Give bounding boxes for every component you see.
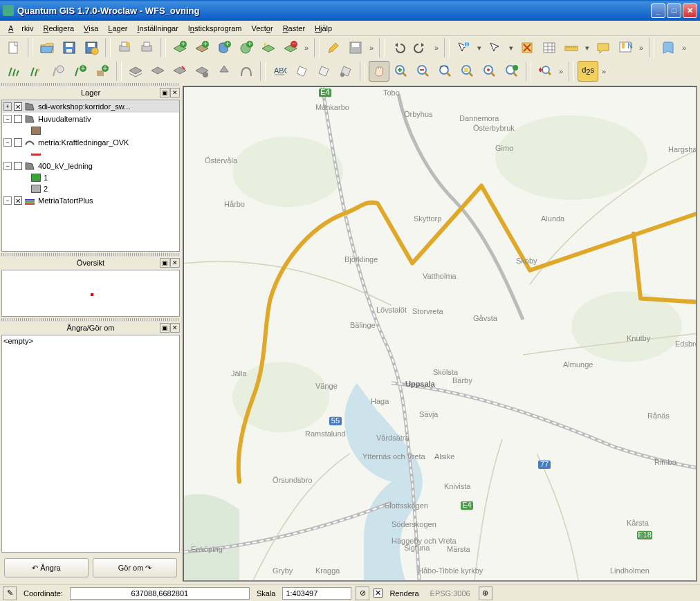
grass-tool-2[interactable] <box>26 61 46 82</box>
layer-checkbox[interactable]: ✕ <box>14 102 22 111</box>
redo-action-button[interactable]: Gör om ↷ <box>93 558 177 577</box>
maximize-button[interactable]: □ <box>667 3 681 18</box>
toolbar1-dd1[interactable]: ▾ <box>475 44 484 53</box>
layer-checkbox[interactable] <box>14 162 22 170</box>
toolbar1-more3[interactable]: » <box>432 44 441 52</box>
zoom-in-button[interactable] <box>391 61 412 82</box>
print-composer-button[interactable] <box>114 37 135 58</box>
expand-icon[interactable]: − <box>3 115 12 123</box>
layer-tool-6[interactable] <box>236 61 257 82</box>
menu-arkiv[interactable]: Arkiv <box>4 23 37 34</box>
toggle-editing-button[interactable] <box>323 37 344 58</box>
layers-tree[interactable]: + ✕ sdi-workshop:korridor_sw...− Huvudal… <box>1 100 180 252</box>
remove-layer-button[interactable]: − <box>280 37 301 58</box>
menu-visa[interactable]: Visa <box>80 23 102 34</box>
expand-icon[interactable]: − <box>3 196 12 205</box>
undo-undock[interactable]: ▣ <box>160 323 169 333</box>
expand-icon[interactable]: − <box>3 138 12 147</box>
menu-redigera[interactable]: Redigera <box>39 23 78 34</box>
annotation-tool-1[interactable] <box>291 61 312 82</box>
undo-button[interactable] <box>388 37 409 58</box>
d2s-button[interactable]: d2s <box>578 61 598 82</box>
undo-action-button[interactable]: ↶ Ångra <box>4 558 89 577</box>
layers-close[interactable]: ✕ <box>170 88 180 98</box>
annotation-tool-2[interactable] <box>313 61 334 82</box>
toolbar1-more5[interactable]: » <box>679 44 689 52</box>
grass-add-raster[interactable]: + <box>92 61 113 82</box>
coord-input[interactable] <box>70 587 250 600</box>
menu-insticks[interactable]: Insticksprogram <box>184 23 246 34</box>
toolbar1-more[interactable]: » <box>302 44 311 52</box>
open-project-button[interactable] <box>37 37 57 58</box>
deselect-button[interactable] <box>517 37 537 58</box>
menu-raster[interactable]: Raster <box>279 23 309 34</box>
menu-vector[interactable]: Vector <box>247 23 277 34</box>
grass-tool-3[interactable] <box>48 61 68 82</box>
save-edits-button[interactable] <box>345 37 366 58</box>
layers-undock[interactable]: ▣ <box>160 88 169 98</box>
undo-close[interactable]: ✕ <box>170 323 180 333</box>
menu-hjalp[interactable]: Hjälp <box>311 23 336 34</box>
expand-icon[interactable]: − <box>3 162 12 170</box>
add-vector-layer-button[interactable]: + <box>169 37 190 58</box>
new-vector-layer-button[interactable] <box>258 37 279 58</box>
layer-tool-2[interactable] <box>147 61 168 82</box>
layer-tool-3[interactable] <box>169 61 190 82</box>
zoom-full-button[interactable] <box>435 61 456 82</box>
expand-icon[interactable]: + <box>3 102 12 111</box>
toolbar2-more2[interactable]: » <box>599 67 609 75</box>
render-checkbox[interactable]: ✕ <box>374 589 383 598</box>
save-as-button[interactable] <box>81 37 102 58</box>
status-stop-render[interactable]: ⊘ <box>356 586 369 600</box>
layer-node[interactable]: − 400_kV_ledning <box>2 160 179 172</box>
redo-button[interactable] <box>410 37 431 58</box>
layer-checkbox[interactable]: ✕ <box>14 196 22 205</box>
measure-button[interactable] <box>561 37 582 58</box>
grass-add-vector[interactable]: + <box>70 61 91 82</box>
layer-checkbox[interactable] <box>14 138 22 147</box>
save-project-button[interactable] <box>59 37 80 58</box>
pan-button[interactable] <box>369 61 389 82</box>
zoom-last-button[interactable] <box>501 61 522 82</box>
layer-tool-1[interactable] <box>125 61 146 82</box>
label-tool[interactable]: ABC <box>269 61 290 82</box>
toolbar1-more4[interactable]: » <box>636 44 646 52</box>
menu-lager[interactable]: Lager <box>104 23 131 34</box>
add-wms-layer-button[interactable]: + <box>236 37 257 58</box>
layer-tool-5[interactable] <box>214 61 234 82</box>
layer-node[interactable]: + ✕ sdi-workshop:korridor_sw... <box>2 100 179 113</box>
layer-node[interactable]: − metria:Kraftledningar_OVK <box>2 136 179 149</box>
layer-node[interactable]: − ✕ MetriaTatortPlus <box>2 194 179 207</box>
identify-button[interactable]: i <box>453 37 474 58</box>
scale-input[interactable] <box>282 587 351 600</box>
help-button[interactable] <box>658 37 679 58</box>
toolbar1-more2[interactable]: » <box>367 44 376 52</box>
overview-close[interactable]: ✕ <box>170 258 180 268</box>
zoom-layer-button[interactable] <box>479 61 500 82</box>
zoom-prev-button[interactable] <box>535 61 555 82</box>
map-canvas[interactable]: E4 55 77 E18 E4 ToboMånkarboÖrbyhusDanne… <box>183 86 697 582</box>
layer-node[interactable]: − Huvudalternativ <box>2 113 179 125</box>
minimize-button[interactable]: _ <box>651 3 665 18</box>
add-db-layer-button[interactable]: + <box>214 37 234 58</box>
crs-button[interactable]: ⊕ <box>479 586 492 600</box>
menu-installningar[interactable]: Inställningar <box>133 23 182 34</box>
close-button[interactable]: ✕ <box>683 3 697 18</box>
zoom-selection-button[interactable] <box>457 61 478 82</box>
select-button[interactable] <box>485 37 506 58</box>
attribute-table-button[interactable] <box>539 37 560 58</box>
zoom-out-button[interactable] <box>413 61 434 82</box>
add-raster-layer-button[interactable]: + <box>192 37 212 58</box>
status-toggle-extent[interactable]: ✎ <box>3 586 17 600</box>
layer-tool-4[interactable] <box>192 61 212 82</box>
bookmark-button[interactable]: N <box>615 37 636 58</box>
toolbar2-more[interactable]: » <box>556 67 566 75</box>
annotation-tool-3[interactable] <box>335 61 356 82</box>
layer-checkbox[interactable] <box>14 115 22 123</box>
overview-undock[interactable]: ▣ <box>160 258 169 268</box>
overview-panel[interactable] <box>1 270 180 317</box>
toolbar1-dd2[interactable]: ▾ <box>506 44 516 53</box>
print-button[interactable] <box>136 37 157 58</box>
grass-tool-1[interactable] <box>3 61 24 82</box>
toolbar1-dd3[interactable]: ▾ <box>582 44 592 53</box>
